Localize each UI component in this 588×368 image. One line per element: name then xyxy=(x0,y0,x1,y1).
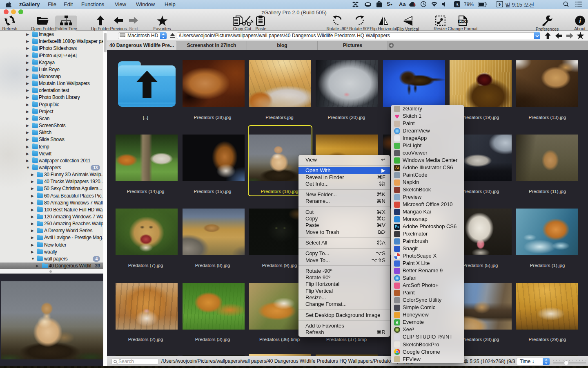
svg-text:9: 9 xyxy=(499,2,501,7)
svg-text:i: i xyxy=(579,18,581,25)
svg-text:A: A xyxy=(456,2,459,7)
svg-text:PNG: PNG xyxy=(459,20,466,23)
